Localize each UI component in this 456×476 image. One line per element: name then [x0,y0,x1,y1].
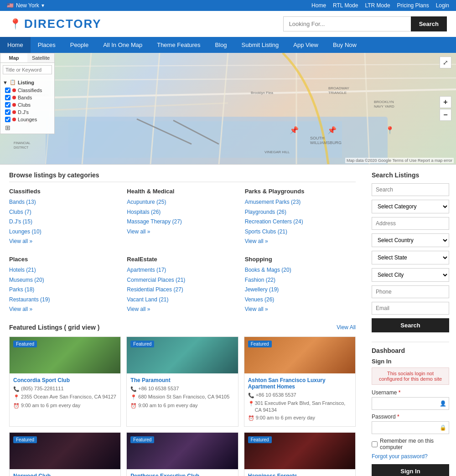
listing-phone-2: 📞 +86 10 6538 5537 [130,385,234,392]
main-layout: Browse listings by categories Classified… [0,165,456,476]
search-listings: Search Listings Select Category Select C… [372,171,449,339]
listing-phone-1: 📞 (805) 735-2281111 [13,385,117,392]
cat-parks-item[interactable]: Parks (18) [9,285,120,295]
featured-view-all[interactable]: View All [337,324,356,331]
nav-theme-features[interactable]: Theme Features [150,37,207,53]
cat-jewellery[interactable]: Jewellery (19) [245,285,356,295]
search-category-select[interactable]: Select Category [372,200,449,213]
nav-app-view[interactable]: App View [286,37,326,53]
map-zoom-in[interactable]: + [440,96,451,108]
listing-card-3: Featured Ashton San Francisco Luxury Apa… [244,336,356,427]
cat-places-view-all[interactable]: View all » [9,305,120,315]
cat-books[interactable]: Books & Mags (20) [245,265,356,275]
map-legend-bands-check[interactable] [5,95,10,100]
cat-amusement[interactable]: Amusement Parks (23) [245,197,356,207]
cat-clubs[interactable]: Clubs (7) [9,207,120,217]
top-nav-rtl[interactable]: RTL Mode [333,2,358,9]
cat-restaurants[interactable]: Restaurants (19) [9,295,120,305]
listing-phone-text-1: (805) 735-2281111 [21,385,64,392]
svg-text:📌: 📌 [290,126,299,135]
header-search-input[interactable] [283,16,411,31]
cat-shopping-view-all[interactable]: View all » [245,305,356,315]
nav-places[interactable]: Places [31,37,63,53]
top-nav-ltr[interactable]: LTR Mode [365,2,390,9]
listing-name-5[interactable]: Penthouse Executive Club [130,473,234,476]
nav-buy-now[interactable]: Buy Now [326,37,364,53]
search-listings-input[interactable] [372,183,449,196]
map-legend-classifieds-check[interactable] [5,88,10,93]
nav-all-in-one-map[interactable]: All In One Map [96,37,150,53]
cat-recreation[interactable]: Recreation Centers (24) [245,217,356,227]
cat-hospitals[interactable]: Hospitals (26) [127,207,238,217]
listing-name-1[interactable]: Concordia Sport Club [13,377,117,383]
cat-sports[interactable]: Sports Clubs (21) [245,227,356,237]
listing-address-3: 📍 301 Executive Park Blvd, San Francisco… [248,400,352,413]
map-legend-title[interactable]: ▼ 📋 Listing [3,78,52,87]
cat-lounges[interactable]: Lounges (10) [9,227,120,237]
cat-bands[interactable]: Bands (13) [9,197,120,207]
search-email-input[interactable] [372,302,449,315]
cat-fashion[interactable]: Fashion (22) [245,275,356,285]
map-legend-lounges-check[interactable] [5,117,10,122]
cat-acupunture[interactable]: Acupunture (25) [127,197,238,207]
search-state-select[interactable]: Select State [372,251,449,264]
listing-name-4[interactable]: Norwood Club [13,473,117,476]
map-search-input[interactable] [3,65,52,74]
map-legend-djs-check[interactable] [5,109,10,115]
svg-text:BROOKLYN: BROOKLYN [374,100,394,104]
category-health-title: Health & Medical [127,188,238,195]
cat-apartments[interactable]: Apartments (17) [127,265,238,275]
location-selector[interactable]: 🇺🇸 New York ▾ [7,2,44,9]
cat-playgrounds[interactable]: Playgrounds (26) [245,207,356,217]
listing-name-3[interactable]: Ashton San Francisco Luxury Apartment Ho… [248,377,352,390]
cat-realestate-view-all[interactable]: View all » [127,305,238,315]
nav-submit-listing[interactable]: Submit Listing [234,37,286,53]
cat-health-view-all[interactable]: View all » [127,227,238,237]
cat-museums[interactable]: Museums (20) [9,275,120,285]
search-address-input[interactable] [372,217,449,230]
cat-residential[interactable]: Residential Places (27) [127,285,238,295]
cat-classifieds-view-all[interactable]: View all » [9,237,120,247]
nav-people[interactable]: People [63,37,96,53]
forgot-password-link[interactable]: Forgot your password? [372,453,449,460]
search-listings-button[interactable]: Search [372,318,449,332]
map-fullscreen-button[interactable]: ⤢ [440,57,451,68]
listing-info-6: Happiness Forgets ★★★★★ 📞 +86 10 6538 55… [244,469,355,476]
search-phone-input[interactable] [372,285,449,298]
username-input[interactable] [372,397,449,410]
top-nav-pricing[interactable]: Pricing Plans [397,2,429,9]
djs-label: D.J's [18,109,29,115]
svg-text:NAVY YARD: NAVY YARD [374,104,394,109]
top-nav-login[interactable]: Login [436,2,449,9]
search-city-select[interactable]: Select City [372,268,449,282]
map-tab-map[interactable]: Map [0,53,27,62]
cat-parks-view-all[interactable]: View all » [245,237,356,247]
pin-icon-1: 📍 [13,394,20,400]
svg-text:📍: 📍 [385,126,394,135]
map-legend-icon: 📋 [10,79,16,85]
nav-home[interactable]: Home [0,37,31,53]
cat-djs[interactable]: D.J's (15) [9,217,120,227]
featured-title: Featured Listings ( grid view ) [9,324,99,331]
logo: 📍 DIRECTORY [9,17,102,31]
cat-vacant[interactable]: Vacant Land (21) [127,295,238,305]
sign-in-button[interactable]: Sign In [372,464,449,476]
cat-commercial[interactable]: Commercial Places (21) [127,275,238,285]
cat-massage[interactable]: Massage Therapy (27) [127,217,238,227]
category-parks: Parks & Playgrounds Amusement Parks (23)… [245,188,356,247]
remember-checkbox[interactable] [372,441,378,447]
map-zoom-out[interactable]: − [440,109,451,121]
nav-blog[interactable]: Blog [208,37,234,53]
listing-name-6[interactable]: Happiness Forgets [248,473,352,476]
pin-icon-3: 📍 [248,400,254,407]
listing-name-2[interactable]: The Paramount [130,377,234,383]
top-nav-home[interactable]: Home [311,2,326,9]
cat-hotels[interactable]: Hotels (21) [9,265,120,275]
cat-venues[interactable]: Venues (26) [245,295,356,305]
search-country-select[interactable]: Select Country [372,233,449,247]
map-legend-clubs-check[interactable] [5,102,10,108]
featured-badge-4: Featured [13,436,37,443]
password-input[interactable] [372,421,449,434]
header-search-button[interactable]: Search [411,16,447,31]
map-tab-satellite[interactable]: Satellite [27,53,54,62]
